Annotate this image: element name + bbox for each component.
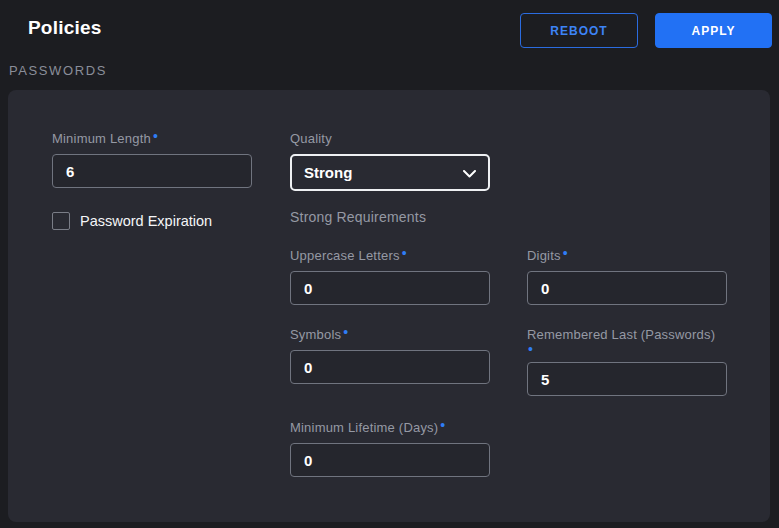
minimum-lifetime-input[interactable] [290, 443, 490, 477]
apply-button[interactable]: APPLY [655, 13, 772, 48]
uppercase-letters-field: Uppercase Letters• [290, 248, 490, 305]
password-expiration-label: Password Expiration [80, 213, 212, 229]
chevron-down-icon [463, 164, 476, 182]
minimum-length-field: Minimum Length• [52, 131, 252, 188]
required-marker: • [402, 245, 407, 261]
symbols-field: Symbols• [290, 327, 490, 384]
page-title: Policies [28, 17, 101, 39]
symbols-label: Symbols [290, 327, 341, 342]
minimum-lifetime-label: Minimum Lifetime (Days) [290, 420, 438, 435]
digits-input[interactable] [527, 271, 727, 305]
reboot-button[interactable]: REBOOT [520, 13, 638, 48]
strong-requirements-label: Strong Requirements [290, 209, 426, 225]
quality-label: Quality [290, 131, 332, 146]
checkbox-icon [52, 212, 70, 230]
uppercase-letters-label: Uppercase Letters [290, 248, 400, 263]
remembered-last-label: Remembered Last (Passwords) [527, 327, 715, 342]
minimum-lifetime-field: Minimum Lifetime (Days)• [290, 420, 490, 477]
required-marker: • [343, 324, 348, 340]
quality-select-value: Strong [304, 164, 352, 181]
required-marker: • [528, 343, 727, 355]
required-marker: • [563, 245, 568, 261]
quality-field: Quality Strong [290, 131, 490, 191]
passwords-panel: Minimum Length• Quality Strong Password … [8, 90, 770, 522]
remembered-last-field: Remembered Last (Passwords)• [527, 327, 727, 396]
remembered-last-input[interactable] [527, 362, 727, 396]
uppercase-letters-input[interactable] [290, 271, 490, 305]
password-expiration-checkbox[interactable]: Password Expiration [52, 212, 212, 230]
digits-field: Digits• [527, 248, 727, 305]
symbols-input[interactable] [290, 350, 490, 384]
section-label-passwords: PASSWORDS [9, 63, 107, 78]
required-marker: • [440, 417, 445, 433]
required-marker: • [153, 128, 158, 144]
digits-label: Digits [527, 248, 561, 263]
minimum-length-input[interactable] [52, 154, 252, 188]
quality-select[interactable]: Strong [290, 154, 490, 191]
minimum-length-label: Minimum Length [52, 131, 151, 146]
